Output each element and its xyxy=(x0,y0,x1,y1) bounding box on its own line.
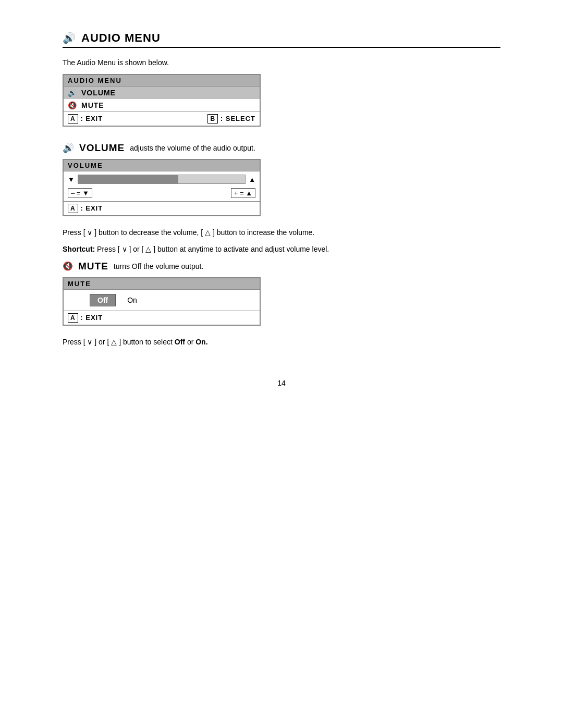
mute-exit-label: : EXIT xyxy=(80,314,103,322)
exit-label: : EXIT xyxy=(80,115,103,122)
page-title-label: AUDIO MENU xyxy=(81,31,161,45)
audio-menu-footer: A : EXIT B : SELECT xyxy=(64,112,260,126)
mute-section-header: 🔇 MUTE turns Off the volume output. xyxy=(63,261,500,272)
mute-a-button[interactable]: A xyxy=(68,313,78,323)
mute-or-text: or xyxy=(187,338,193,346)
mute-section-desc: turns Off the volume output. xyxy=(114,262,204,270)
vol-down-arrow[interactable]: ▼ xyxy=(68,176,75,183)
mute-footer: A : EXIT xyxy=(64,311,260,325)
audio-menu-exit: A : EXIT xyxy=(68,114,103,124)
mute-row-label: MUTE xyxy=(81,101,104,109)
audio-menu-box: AUDIO MENU 🔊 VOLUME 🔇 MUTE A : EXIT B : … xyxy=(63,74,261,127)
vol-increase-hint: + = ▲ xyxy=(231,188,255,198)
vol-up-arrow[interactable]: ▲ xyxy=(249,176,255,183)
audio-menu-mute-row[interactable]: 🔇 MUTE xyxy=(64,99,260,112)
volume-shortcut-para: Shortcut: Press [ ∨ ] or [ △ ] button at… xyxy=(63,243,500,255)
vol-a-button[interactable]: A xyxy=(68,204,78,213)
volume-section-icon: 🔊 xyxy=(63,142,74,154)
mute-info-para: Press [ ∨ ] or [ △ ] button to select Of… xyxy=(63,336,500,348)
volume-section-header: 🔊 VOLUME adjusts the volume of the audio… xyxy=(63,142,500,154)
vol-footer: A : EXIT xyxy=(64,201,260,215)
mute-box: MUTE Off On A : EXIT xyxy=(63,277,261,326)
audio-menu-select: B : SELECT xyxy=(207,114,255,124)
mute-section-title: MUTE xyxy=(78,261,108,272)
page-number: 14 xyxy=(63,379,500,387)
page-title: 🔊 AUDIO MENU xyxy=(63,31,500,48)
vol-exit-label: : EXIT xyxy=(80,204,103,212)
audio-menu-title: AUDIO MENU xyxy=(64,75,260,87)
intro-text: The Audio Menu is shown below. xyxy=(63,58,500,67)
audio-icon: 🔊 xyxy=(63,32,76,44)
volume-box-title: VOLUME xyxy=(64,160,260,171)
vol-decrease-hint: – = ▼ xyxy=(68,188,92,198)
volume-section-title: VOLUME xyxy=(79,142,125,154)
mute-options-row: Off On xyxy=(64,290,260,311)
volume-row-icon: 🔊 xyxy=(68,89,77,97)
mute-on-label[interactable]: On xyxy=(124,294,140,306)
mute-off-word: Off xyxy=(175,338,185,346)
vol-hint-row: – = ▼ + = ▲ xyxy=(64,187,260,201)
mute-row-icon: 🔇 xyxy=(68,101,77,109)
volume-info-1: Press [ ∨ ] button to decrease the volum… xyxy=(63,227,500,238)
vol-slider-fill xyxy=(78,175,178,183)
b-button[interactable]: B xyxy=(207,114,218,124)
mute-on-word: On. xyxy=(195,338,207,346)
mute-info-text: Press [ ∨ ] or [ △ ] button to select xyxy=(63,338,173,346)
audio-menu-volume-row[interactable]: 🔊 VOLUME xyxy=(64,87,260,99)
vol-slider-track[interactable] xyxy=(78,175,246,184)
volume-section-desc: adjusts the volume of the audio output. xyxy=(130,144,255,152)
mute-box-title: MUTE xyxy=(64,278,260,290)
select-label: : SELECT xyxy=(221,115,255,122)
mute-section-icon: 🔇 xyxy=(63,261,73,271)
a-button[interactable]: A xyxy=(68,114,78,124)
shortcut-body: Press [ ∨ ] or [ △ ] button at anytime t… xyxy=(97,245,329,253)
volume-row-label: VOLUME xyxy=(81,89,116,97)
volume-box: VOLUME ▼ ▲ – = ▼ + = ▲ A : EXIT xyxy=(63,159,261,216)
volume-slider-row: ▼ ▲ xyxy=(64,171,260,187)
mute-off-button[interactable]: Off xyxy=(90,294,116,306)
shortcut-label: Shortcut: xyxy=(63,245,95,253)
